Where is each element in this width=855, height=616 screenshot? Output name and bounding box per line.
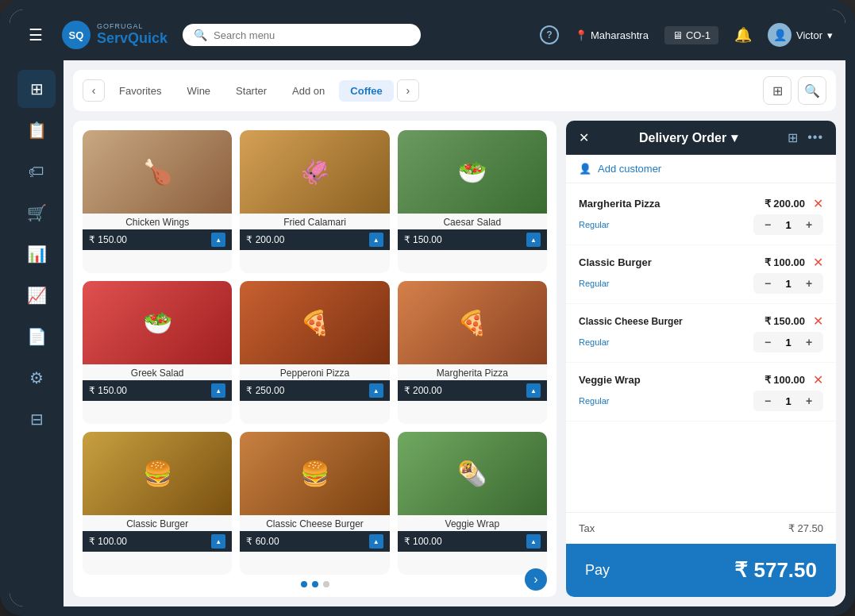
- menu-item-chicken-wings[interactable]: 🍗 Chicken Wings ₹ 150.00 ▲: [83, 130, 232, 273]
- menu-item-image: 🥗: [83, 281, 232, 364]
- menu-item-name: Caesar Salad: [398, 214, 547, 229]
- content-area: ‹ Favorites Wine Starter Add on Coffee ›…: [64, 60, 845, 606]
- qty-increase-button[interactable]: +: [801, 217, 817, 233]
- order-item: Margherita Pizza ₹ 200.00 ✕ Regular − 1: [566, 187, 836, 245]
- expand-icon[interactable]: ▲: [369, 383, 383, 398]
- menu-item-veggie-wrap[interactable]: 🌯 Veggie Wrap ₹ 100.00 ▲: [398, 432, 547, 575]
- hamburger-button[interactable]: ☰: [22, 22, 49, 48]
- menu-item-name: Veggie Wrap: [398, 515, 547, 531]
- menu-grid-container: 🍗 Chicken Wings ₹ 150.00 ▲ 🦑 Fried Calam…: [73, 121, 557, 597]
- qty-increase-button[interactable]: +: [801, 393, 817, 409]
- menu-item-name: Greek Salad: [83, 364, 232, 380]
- menu-item-footer: ₹ 60.00 ▲: [240, 531, 389, 552]
- qty-control: − 1 +: [753, 391, 823, 411]
- menu-item-footer: ₹ 150.00 ▲: [83, 229, 232, 250]
- menu-item-footer: ₹ 200.00 ▲: [240, 229, 389, 250]
- qty-increase-button[interactable]: +: [801, 334, 817, 350]
- remove-item-button[interactable]: ✕: [813, 255, 823, 270]
- tab-favorites[interactable]: Favorites: [108, 80, 172, 102]
- next-page-button[interactable]: ›: [525, 568, 547, 591]
- order-tax: Tax ₹ 27.50: [566, 512, 836, 544]
- expand-icon[interactable]: ▲: [211, 233, 225, 247]
- qty-increase-button[interactable]: +: [801, 275, 817, 291]
- bell-icon[interactable]: 🔔: [734, 26, 752, 44]
- main-layout: ⊞ 📋 🏷 🛒 📊 📈 📄 ⚙ ⊟ ‹ Favorites Wine Start…: [10, 60, 845, 606]
- menu-item-name: Classic Cheese Burger: [240, 515, 389, 531]
- menu-item-footer: ₹ 100.00 ▲: [398, 531, 547, 552]
- sidebar-item-analytics[interactable]: 📈: [17, 276, 56, 314]
- menu-item-caesar-salad[interactable]: 🥗 Caesar Salad ₹ 150.00 ▲: [398, 130, 547, 273]
- sidebar-item-home[interactable]: ⊞: [17, 70, 56, 108]
- remove-item-button[interactable]: ✕: [813, 314, 823, 329]
- sidebar-item-settings[interactable]: ⚙: [17, 359, 56, 397]
- sidebar-item-orders[interactable]: 📋: [17, 111, 56, 149]
- sidebar-item-reports[interactable]: 📊: [17, 235, 56, 273]
- qty-decrease-button[interactable]: −: [760, 393, 776, 409]
- expand-icon[interactable]: ▲: [369, 534, 383, 549]
- tab-next-button[interactable]: ›: [397, 79, 419, 102]
- qty-decrease-button[interactable]: −: [760, 217, 776, 233]
- user-menu[interactable]: 👤 Victor ▾: [768, 23, 833, 47]
- header-icons: ? 📍 Maharashtra 🖥 CO-1 🔔 👤 Victor ▾: [540, 23, 833, 47]
- menu-item-footer: ₹ 150.00 ▲: [398, 229, 547, 250]
- add-customer-button[interactable]: 👤 Add customer: [566, 155, 836, 183]
- tab-coffee[interactable]: Coffee: [339, 80, 393, 102]
- menu-item-classic-burger[interactable]: 🍔 Classic Burger ₹ 100.00 ▲: [83, 432, 232, 575]
- close-button[interactable]: ✕: [579, 130, 589, 145]
- remove-item-button[interactable]: ✕: [813, 372, 823, 387]
- tab-wine[interactable]: Wine: [175, 80, 221, 102]
- logo-icon: SQ: [62, 21, 91, 49]
- menu-item-pepperoni-pizza[interactable]: 🍕 Pepperoni Pizza ₹ 250.00 ▲: [240, 281, 389, 424]
- expand-icon[interactable]: ▲: [526, 383, 541, 398]
- sidebar-item-cart[interactable]: 🛒: [17, 194, 56, 232]
- menu-grid: 🍗 Chicken Wings ₹ 150.00 ▲ 🦑 Fried Calam…: [83, 130, 547, 575]
- expand-icon[interactable]: ▲: [369, 233, 383, 247]
- menu-item-image: 🥗: [398, 130, 547, 214]
- location-display: 📍 Maharashtra: [575, 29, 649, 41]
- menu-item-name: Classic Burger: [83, 515, 232, 531]
- page-dot-2[interactable]: [312, 581, 318, 587]
- menu-item-price: ₹ 100.00: [404, 536, 442, 547]
- filter-button[interactable]: ⊞: [763, 76, 791, 105]
- remove-item-button[interactable]: ✕: [813, 196, 823, 211]
- expand-icon[interactable]: ▲: [526, 233, 541, 247]
- search-button[interactable]: 🔍: [798, 76, 826, 105]
- qty-control: − 1 +: [753, 214, 823, 235]
- help-icon[interactable]: ?: [540, 25, 559, 44]
- expand-icon[interactable]: ▲: [211, 534, 225, 549]
- order-more-icon[interactable]: •••: [807, 130, 823, 145]
- menu-item-fried-calamari[interactable]: 🦑 Fried Calamari ₹ 200.00 ▲: [240, 130, 389, 273]
- qty-control: − 1 +: [753, 332, 823, 352]
- order-filter-icon[interactable]: ⊞: [788, 130, 798, 145]
- qty-decrease-button[interactable]: −: [760, 334, 776, 350]
- sidebar: ⊞ 📋 🏷 🛒 📊 📈 📄 ⚙ ⊟: [10, 60, 64, 606]
- page-dot-1[interactable]: [301, 581, 307, 587]
- order-title: Delivery Order ▾: [639, 130, 738, 145]
- expand-icon[interactable]: ▲: [526, 534, 541, 549]
- menu-item-footer: ₹ 100.00 ▲: [83, 531, 232, 552]
- sidebar-item-documents[interactable]: 📄: [17, 318, 56, 356]
- sidebar-item-tools[interactable]: ⊟: [17, 400, 56, 438]
- qty-decrease-button[interactable]: −: [760, 275, 776, 291]
- pay-button[interactable]: Pay ₹ 577.50: [566, 544, 836, 597]
- terminal-icon: 🖥: [672, 29, 683, 41]
- sidebar-item-tags[interactable]: 🏷: [17, 152, 56, 191]
- tab-starter[interactable]: Starter: [225, 80, 278, 102]
- tab-prev-button[interactable]: ‹: [83, 79, 105, 102]
- location-icon: 📍: [575, 29, 587, 41]
- search-bar[interactable]: 🔍: [183, 24, 421, 46]
- search-icon: 🔍: [194, 29, 207, 41]
- menu-item-greek-salad[interactable]: 🥗 Greek Salad ₹ 150.00 ▲: [83, 281, 232, 424]
- tab-addon[interactable]: Add on: [281, 80, 336, 102]
- menu-item-classic-cheese-burger[interactable]: 🍔 Classic Cheese Burger ₹ 60.00 ▲: [240, 432, 389, 575]
- order-panel: ✕ Delivery Order ▾ ⊞ ••• 👤: [566, 121, 836, 597]
- expand-icon[interactable]: ▲: [211, 383, 225, 398]
- dropdown-icon: ▾: [827, 29, 833, 41]
- menu-item-footer: ₹ 250.00 ▲: [240, 380, 389, 401]
- order-dropdown-icon[interactable]: ▾: [731, 130, 738, 145]
- search-input[interactable]: [214, 29, 410, 41]
- menu-item-margherita-pizza[interactable]: 🍕 Margherita Pizza ₹ 200.00 ▲: [398, 281, 547, 424]
- header: ☰ SQ GOFRUGAL ServQuick 🔍 ?: [10, 10, 845, 60]
- page-dot-3[interactable]: [323, 581, 329, 587]
- order-header-icons: ⊞ •••: [788, 130, 823, 145]
